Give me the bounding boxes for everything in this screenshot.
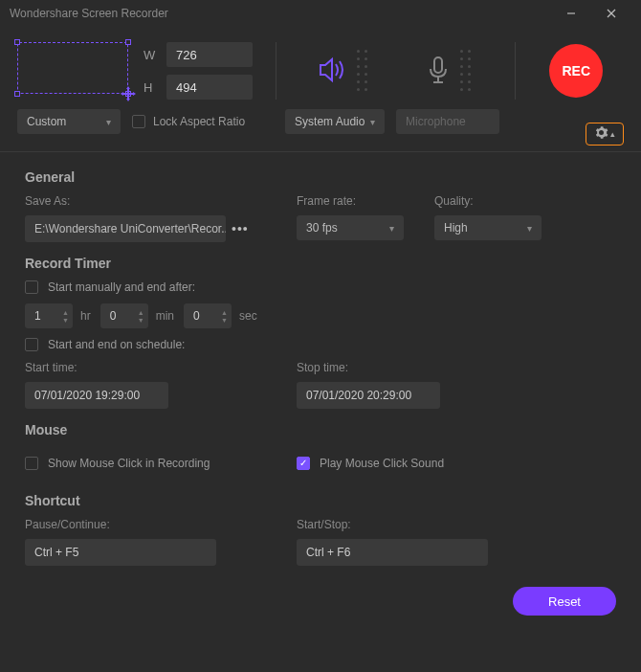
chevron-down-icon: ▾ [527, 223, 532, 234]
startstop-shortcut-input[interactable]: Ctrl + F6 [297, 539, 488, 566]
chevron-down-icon[interactable]: ▼ [138, 317, 144, 324]
browse-button[interactable]: ••• [232, 221, 249, 236]
lock-aspect-label: Lock Aspect Ratio [153, 115, 245, 128]
schedule-checkbox[interactable]: Start and end on schedule: [25, 338, 616, 351]
width-label: W [144, 48, 157, 62]
microphone-select[interactable]: Microphone [396, 109, 499, 134]
play-mouse-sound-label: Play Mouse Click Sound [320, 457, 444, 470]
schedule-label: Start and end on schedule: [48, 338, 185, 351]
frame-rate-select[interactable]: 30 fps▾ [297, 215, 404, 240]
show-mouse-click-checkbox[interactable]: Show Mouse Click in Recording [25, 457, 283, 470]
stop-time-label: Stop time: [297, 361, 616, 374]
svg-rect-3 [434, 57, 442, 73]
system-audio-level [357, 50, 369, 93]
reset-button[interactable]: Reset [513, 587, 616, 616]
height-label: H [144, 80, 157, 95]
capture-region-preview[interactable] [17, 42, 128, 94]
move-icon [120, 85, 137, 102]
stop-time-input[interactable]: 07/01/2020 20:29:00 [297, 382, 440, 409]
system-audio-section [290, 42, 395, 100]
chevron-up-icon[interactable]: ▲ [62, 309, 69, 316]
min-unit: min [156, 309, 174, 323]
minimize-button[interactable] [551, 0, 591, 27]
pause-shortcut-input[interactable]: Ctrl + F5 [25, 539, 216, 566]
settings-toggle-button[interactable]: ▴ [586, 123, 624, 146]
pause-label: Pause/Continue: [25, 518, 283, 531]
speaker-icon [317, 56, 349, 87]
hours-spinner[interactable]: 1 ▲▼ [25, 303, 73, 328]
titlebar: Wondershare Screen Recorder [0, 0, 641, 27]
hr-unit: hr [80, 309, 91, 323]
chevron-down-icon[interactable]: ▼ [221, 317, 228, 324]
mic-audio-level [460, 50, 473, 93]
frame-rate-label: Frame rate: [297, 194, 421, 208]
chevron-up-icon[interactable]: ▲ [138, 309, 144, 316]
microphone-icon [424, 54, 453, 89]
start-time-input[interactable]: 07/01/2020 19:29:00 [25, 382, 168, 409]
startstop-label: Start/Stop: [297, 518, 616, 531]
gear-icon [594, 125, 608, 143]
general-heading: General [25, 169, 616, 185]
system-audio-select[interactable]: System Audio▾ [285, 109, 385, 134]
seconds-spinner[interactable]: 0 ▲▼ [184, 303, 232, 328]
chevron-down-icon: ▾ [106, 117, 111, 127]
mouse-heading: Mouse [25, 422, 616, 437]
play-mouse-sound-checkbox[interactable]: Play Mouse Click Sound [297, 457, 616, 470]
save-as-input[interactable]: E:\Wondershare UniConverter\Recor... [25, 215, 226, 242]
settings-body: General Save As: E:\Wondershare UniConve… [0, 152, 641, 577]
chevron-down-icon: ▾ [389, 223, 394, 234]
minutes-spinner[interactable]: 0 ▲▼ [100, 303, 148, 328]
quality-select[interactable]: High▾ [434, 215, 542, 240]
sec-unit: sec [239, 309, 257, 323]
region-mode-select[interactable]: Custom▾ [17, 109, 121, 134]
top-subrow: Custom▾ Lock Aspect Ratio System Audio▾ … [0, 109, 641, 146]
manual-end-label: Start manually and end after: [48, 280, 195, 294]
quality-label: Quality: [434, 194, 559, 208]
microphone-section [395, 42, 500, 100]
save-as-label: Save As: [25, 194, 283, 208]
window-title: Wondershare Screen Recorder [10, 7, 168, 20]
lock-aspect-checkbox[interactable]: Lock Aspect Ratio [132, 115, 245, 128]
start-time-label: Start time: [25, 361, 283, 374]
show-mouse-click-label: Show Mouse Click in Recording [48, 457, 210, 470]
close-button[interactable] [591, 0, 631, 27]
chevron-down-icon: ▾ [370, 117, 375, 127]
chevron-up-icon[interactable]: ▲ [221, 309, 228, 316]
chevron-up-icon: ▴ [610, 129, 615, 139]
top-panel: W 726 H 494 [0, 27, 641, 109]
height-input[interactable]: 494 [166, 75, 253, 100]
manual-end-checkbox[interactable]: Start manually and end after: [25, 280, 616, 294]
width-input[interactable]: 726 [166, 42, 253, 67]
shortcut-heading: Shortcut [25, 493, 616, 508]
record-timer-heading: Record Timer [25, 256, 616, 271]
chevron-down-icon[interactable]: ▼ [62, 317, 69, 324]
record-button[interactable]: REC [549, 44, 603, 98]
